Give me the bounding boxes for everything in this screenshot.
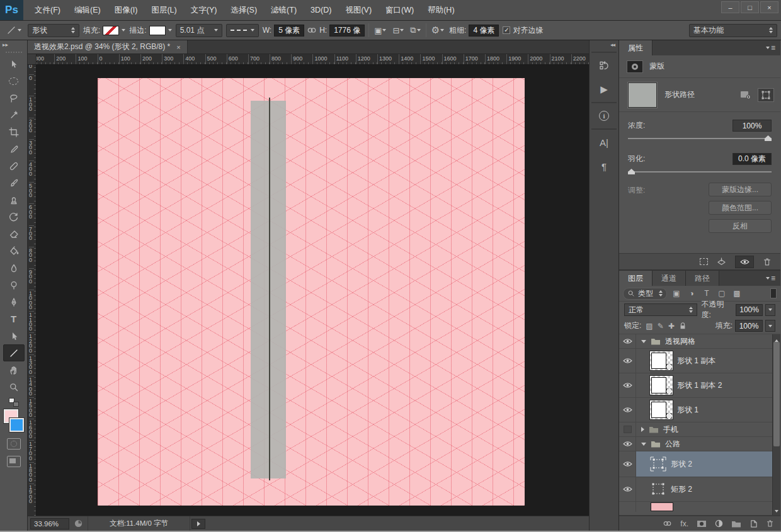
blur-tool[interactable] xyxy=(3,259,25,276)
stroke-type-select[interactable] xyxy=(226,24,259,37)
visibility-toggle[interactable] xyxy=(619,422,636,436)
collapse-icon[interactable] xyxy=(641,443,646,446)
menu-3d[interactable]: 3D(D) xyxy=(304,3,338,17)
stroke-swatch[interactable] xyxy=(149,26,166,35)
filter-pixel-layers-icon[interactable]: ▣ xyxy=(671,289,682,298)
mask-edge-button[interactable]: 蒙版边缘... xyxy=(709,183,772,196)
move-tool[interactable] xyxy=(3,55,25,72)
link-layers-icon[interactable] xyxy=(663,520,672,527)
invert-button[interactable]: 反相 xyxy=(709,219,772,233)
filter-adjustment-layers-icon[interactable]: ◑ xyxy=(686,289,697,298)
layer-name[interactable]: 形状 1 副本 2 xyxy=(677,380,722,391)
expand-icon[interactable] xyxy=(641,427,644,432)
menu-image[interactable]: 图像(I) xyxy=(108,3,144,18)
density-slider-thumb[interactable] xyxy=(765,135,772,141)
shape-path-thumbnail[interactable] xyxy=(650,456,666,472)
lock-transparency-icon[interactable]: ▨ xyxy=(646,322,653,331)
brush-tool[interactable] xyxy=(3,174,25,191)
tab-paths[interactable]: 路径 xyxy=(686,271,719,286)
ruler-origin-corner[interactable] xyxy=(28,54,37,65)
filter-type-layers-icon[interactable]: T xyxy=(701,289,712,298)
toolbar-collapse-arrows[interactable]: ▸▸ xyxy=(0,42,27,50)
fill-dropdown[interactable] xyxy=(765,320,775,332)
apply-mask-icon[interactable] xyxy=(717,258,726,266)
fill-swatch[interactable] xyxy=(103,26,119,35)
color-range-button[interactable]: 颜色范围... xyxy=(709,201,772,215)
layer-filter-select[interactable]: 类型 xyxy=(623,288,667,300)
history-brush-tool[interactable] xyxy=(3,208,25,225)
layer-row-partial[interactable] xyxy=(619,502,780,512)
eyedropper-tool[interactable] xyxy=(3,140,25,157)
menu-window[interactable]: 窗口(W) xyxy=(379,3,420,18)
feather-slider-thumb[interactable] xyxy=(628,169,635,174)
visibility-toggle[interactable] xyxy=(619,451,636,477)
zoom-tool[interactable] xyxy=(3,378,25,395)
layer-row-group[interactable]: 公路 xyxy=(619,437,780,451)
feather-value-field[interactable]: 0.0 像素 xyxy=(733,153,772,165)
maximize-button[interactable]: □ xyxy=(741,1,759,13)
panel-menu-button[interactable]: ≡ xyxy=(766,271,780,286)
background-color-swatch[interactable] xyxy=(9,418,24,432)
adjustment-layer-button[interactable] xyxy=(715,519,723,528)
scrollbar-thumb[interactable] xyxy=(773,342,780,446)
minimize-button[interactable]: – xyxy=(721,1,739,13)
layer-name[interactable]: 公路 xyxy=(665,439,680,450)
toolbar-grip[interactable] xyxy=(6,52,22,53)
layer-thumbnail[interactable] xyxy=(650,400,673,419)
visibility-toggle[interactable] xyxy=(619,398,636,422)
visibility-toggle[interactable] xyxy=(619,334,636,348)
layer-thumbnail[interactable] xyxy=(650,376,673,395)
tool-preset-picker[interactable] xyxy=(4,24,24,37)
new-group-button[interactable] xyxy=(731,520,741,528)
visibility-toggle[interactable] xyxy=(619,477,636,501)
document-tab[interactable]: 透视效果2.psd @ 34% (形状 2, RGB/8) * × xyxy=(28,40,188,54)
history-panel-button[interactable] xyxy=(593,55,615,76)
add-mask-button[interactable] xyxy=(697,520,707,528)
vector-mask-button[interactable] xyxy=(758,88,774,102)
align-edges-checkbox[interactable]: ✓ xyxy=(503,26,510,34)
layers-scrollbar[interactable] xyxy=(772,334,780,515)
shape-path-thumbnail[interactable] xyxy=(628,82,657,108)
crop-tool[interactable] xyxy=(3,123,25,140)
add-pixel-mask-button[interactable] xyxy=(738,88,754,102)
layer-row-selected[interactable]: 形状 2 xyxy=(619,451,780,477)
lasso-tool[interactable] xyxy=(3,89,25,106)
gear-settings-button[interactable]: ⚙ xyxy=(430,25,445,36)
pen-tool[interactable] xyxy=(3,293,25,310)
density-slider[interactable] xyxy=(628,138,772,139)
filter-switch[interactable] xyxy=(770,288,777,298)
menu-type[interactable]: 文字(Y) xyxy=(185,3,224,18)
shape-width-field[interactable]: 5 像素 xyxy=(274,25,304,37)
visibility-toggle[interactable] xyxy=(619,437,636,451)
document-canvas[interactable] xyxy=(98,78,525,506)
shape-path-thumbnail[interactable] xyxy=(650,482,666,497)
new-layer-button[interactable] xyxy=(750,519,758,528)
layer-name[interactable]: 形状 1 副本 xyxy=(677,356,715,366)
layer-style-button[interactable]: fx. xyxy=(680,519,688,528)
actions-panel-button[interactable]: ▶ xyxy=(593,79,615,100)
hand-tool[interactable] xyxy=(3,361,25,378)
layer-name[interactable]: 形状 2 xyxy=(671,459,692,470)
layer-thumbnail[interactable] xyxy=(650,351,673,370)
panel-menu-button[interactable]: ≡ xyxy=(766,40,780,55)
feather-slider[interactable] xyxy=(628,171,772,173)
paint-bucket-tool[interactable] xyxy=(3,242,25,259)
zoom-level-field[interactable]: 33.96% xyxy=(30,518,69,529)
layer-row[interactable]: 矩形 2 xyxy=(619,477,780,502)
status-options-button[interactable] xyxy=(191,519,205,529)
layer-row-group[interactable]: 手机 xyxy=(619,422,780,437)
tab-channels[interactable]: 通道 xyxy=(653,271,686,286)
menu-select[interactable]: 选择(S) xyxy=(224,3,263,18)
menu-filter[interactable]: 滤镜(T) xyxy=(265,3,303,18)
density-value-field[interactable]: 100% xyxy=(733,120,772,132)
lock-pixels-icon[interactable]: ✎ xyxy=(658,322,664,331)
layer-name[interactable]: 透视网格 xyxy=(665,336,695,347)
blend-mode-select[interactable]: 正常 xyxy=(624,303,697,316)
paragraph-panel-button[interactable]: ¶ xyxy=(593,156,615,177)
layer-row[interactable]: 形状 1 xyxy=(619,398,780,422)
shape-height-field[interactable]: 1776 像 xyxy=(329,25,365,37)
opacity-field[interactable]: 100% xyxy=(736,304,763,316)
tab-layers[interactable]: 图层 xyxy=(619,271,653,286)
mask-selection-icon[interactable] xyxy=(700,258,708,265)
path-alignment-button[interactable]: ⊟ xyxy=(391,26,405,35)
